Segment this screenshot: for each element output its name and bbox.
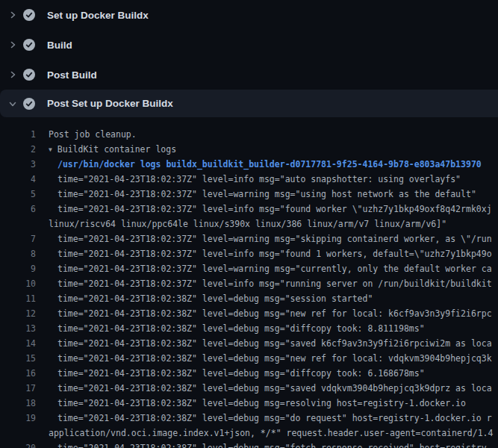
chevron-right-icon (8, 40, 17, 49)
log-line-text: time="2021-04-23T18:02:37Z" level=warnin… (49, 231, 492, 246)
log-line: 4 time="2021-04-23T18:02:37Z" level=info… (0, 172, 498, 187)
log-line-text: linux/riscv64 linux/ppc64le linux/s390x … (49, 217, 446, 231)
log-line: 16 time="2021-04-23T18:02:38Z" level=deb… (0, 366, 498, 381)
line-number[interactable]: 9 (0, 261, 36, 276)
chevron-right-icon (8, 10, 17, 19)
line-number[interactable]: 5 (0, 187, 36, 202)
line-number[interactable]: 20 (0, 441, 36, 448)
step-row-post-build[interactable]: Post Build (0, 60, 498, 90)
line-number[interactable]: 16 (0, 366, 36, 381)
log-line-text: time="2021-04-23T18:02:38Z" level=debug … (49, 441, 492, 448)
chevron-down-icon (8, 99, 17, 108)
log-line-text: time="2021-04-23T18:02:38Z" level=debug … (49, 321, 425, 336)
log-line: 9 time="2021-04-23T18:02:37Z" level=warn… (0, 261, 498, 276)
log-line-text: time="2021-04-23T18:02:37Z" level=info m… (49, 202, 492, 217)
log-line-text: time="2021-04-23T18:02:37Z" level=info m… (49, 276, 492, 291)
line-number[interactable]: 13 (0, 321, 36, 336)
log-line-text: time="2021-04-23T18:02:38Z" level=debug … (49, 291, 373, 306)
log-line: 3 /usr/bin/docker logs buildx_buildkit_b… (0, 157, 498, 172)
step-row-set-up-docker-buildx[interactable]: Set up Docker Buildx (0, 0, 498, 30)
line-number[interactable]: 15 (0, 351, 36, 366)
log-line: 11 time="2021-04-23T18:02:38Z" level=deb… (0, 291, 498, 306)
log-line-text: time="2021-04-23T18:02:38Z" level=debug … (49, 411, 492, 426)
log-line: 10 time="2021-04-23T18:02:37Z" level=inf… (0, 276, 498, 291)
step-row-build[interactable]: Build (0, 30, 498, 60)
log-line: 13 time="2021-04-23T18:02:38Z" level=deb… (0, 321, 498, 336)
log-line: 8 time="2021-04-23T18:02:37Z" level=info… (0, 246, 498, 261)
log-line: 14 time="2021-04-23T18:02:38Z" level=deb… (0, 336, 498, 351)
log-line: 20 time="2021-04-23T18:02:38Z" level=deb… (0, 441, 498, 448)
step-title: Set up Docker Buildx (47, 10, 149, 21)
group-collapse-arrow-icon: ▼ (49, 146, 52, 153)
log-line-text: /usr/bin/docker logs buildx_buildkit_bui… (49, 157, 482, 172)
check-circle-icon (23, 98, 35, 110)
line-number[interactable]: 12 (0, 306, 36, 321)
workflow-steps-panel: Set up Docker Buildx Build Post Build (0, 0, 498, 117)
check-circle-icon (23, 39, 35, 51)
step-title: Post Build (47, 69, 97, 81)
log-line-text: ▼BuildKit container logs (49, 142, 176, 157)
log-line: linux/riscv64 linux/ppc64le linux/s390x … (0, 217, 498, 231)
chevron-right-icon (8, 70, 17, 79)
line-number[interactable]: 10 (0, 276, 36, 291)
line-number[interactable]: 18 (0, 396, 36, 411)
line-number[interactable]: 4 (0, 172, 36, 187)
log-line: application/vnd.oci.image.index.v1+json,… (0, 426, 498, 441)
log-line-text: time="2021-04-23T18:02:37Z" level=info m… (49, 246, 492, 261)
line-number[interactable]: 11 (0, 291, 36, 306)
line-number[interactable]: 3 (0, 157, 36, 172)
check-circle-icon (23, 69, 35, 81)
log-line: 19 time="2021-04-23T18:02:38Z" level=deb… (0, 411, 498, 426)
step-title: Post Set up Docker Buildx (47, 98, 173, 109)
log-line: 18 time="2021-04-23T18:02:38Z" level=deb… (0, 396, 498, 411)
line-number[interactable]: 1 (0, 127, 36, 142)
log-line-text: time="2021-04-23T18:02:38Z" level=debug … (49, 366, 425, 381)
log-line-text: time="2021-04-23T18:02:37Z" level=info m… (49, 172, 461, 187)
log-line-text: time="2021-04-23T18:02:38Z" level=debug … (49, 381, 492, 396)
log-line-text: time="2021-04-23T18:02:38Z" level=debug … (49, 336, 492, 351)
step-row-post-set-up-docker-buildx[interactable]: Post Set up Docker Buildx (0, 90, 498, 117)
log-line-text: time="2021-04-23T18:02:37Z" level=warnin… (49, 261, 492, 276)
line-number[interactable]: 14 (0, 336, 36, 351)
log-line: 15 time="2021-04-23T18:02:38Z" level=deb… (0, 351, 498, 366)
log-line: 6 time="2021-04-23T18:02:37Z" level=info… (0, 202, 498, 217)
log-line-text: time="2021-04-23T18:02:38Z" level=debug … (49, 396, 466, 411)
line-number[interactable]: 7 (0, 231, 36, 246)
log-line: 12 time="2021-04-23T18:02:38Z" level=deb… (0, 306, 498, 321)
log-line-text: application/vnd.oci.image.index.v1+json,… (49, 426, 493, 441)
log-line-text: time="2021-04-23T18:02:38Z" level=debug … (49, 351, 492, 366)
log-group-toggle[interactable]: 2 ▼BuildKit container logs (0, 142, 498, 157)
log-viewer: 1 Post job cleanup. 2 ▼BuildKit containe… (0, 117, 498, 448)
line-number[interactable]: 19 (0, 411, 36, 426)
log-line: 17 time="2021-04-23T18:02:38Z" level=deb… (0, 381, 498, 396)
log-line-text: Post job cleanup. (49, 127, 137, 142)
log-line: 7 time="2021-04-23T18:02:37Z" level=warn… (0, 231, 498, 246)
line-number[interactable]: 2 (0, 142, 36, 157)
log-line-text: time="2021-04-23T18:02:37Z" level=warnin… (49, 187, 476, 202)
log-line-text: time="2021-04-23T18:02:38Z" level=debug … (49, 306, 492, 321)
check-circle-icon (23, 9, 35, 21)
line-number[interactable]: 8 (0, 246, 36, 261)
log-line: 5 time="2021-04-23T18:02:37Z" level=warn… (0, 187, 498, 202)
line-number[interactable]: 17 (0, 381, 36, 396)
log-line: 1 Post job cleanup. (0, 127, 498, 142)
line-number[interactable]: 6 (0, 202, 36, 217)
step-title: Build (47, 40, 72, 51)
